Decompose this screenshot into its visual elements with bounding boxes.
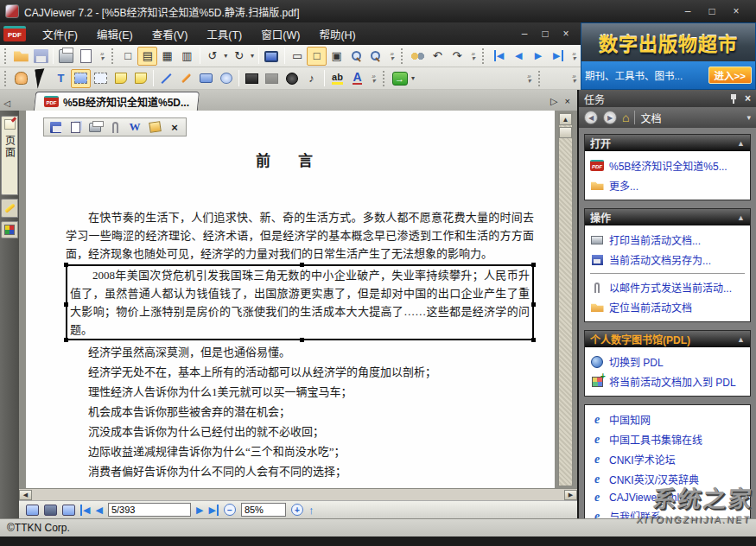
last-page-nav-button[interactable]: ▶ [208,505,218,516]
selection-handle[interactable] [64,302,68,307]
print-document-link[interactable]: 打印当前活动文档... [588,230,746,250]
cnki-link[interactable]: e 中国知网 [588,410,746,429]
facing-pages-button[interactable]: ▦ [157,47,177,66]
view-mode-3-button[interactable] [62,505,75,516]
scroll-up-button[interactable]: ▲ [559,113,572,125]
note-tool-button[interactable] [111,69,130,88]
ocr-button[interactable] [91,69,111,88]
toolbar-overflow[interactable]: »▾ [569,52,579,60]
menu-help[interactable]: 帮助(H) [309,22,365,46]
full-screen-button[interactable] [262,47,282,66]
toolbar-grip[interactable] [4,71,9,86]
operations-section-header[interactable]: 操作 ▲ [585,209,750,225]
save-as-link[interactable]: 当前活动文档另存为... [588,250,746,270]
first-page-button[interactable]: ◀ [489,47,509,66]
pdl-section-header[interactable]: 个人数字图书馆(PDL) ▲ [585,331,750,347]
switch-to-pdl-link[interactable]: 切换到 PDL [588,352,746,371]
rotate-left-dropdown[interactable]: ▾ [222,52,229,60]
image-select-button[interactable] [71,69,91,88]
toolbar-grip[interactable] [401,48,405,64]
next-page-button[interactable]: ▶ [529,47,549,66]
send-by-mail-link[interactable]: 以邮件方式发送当前活动... [588,277,746,297]
toolbar-grip[interactable] [482,48,486,64]
minimize-button[interactable]: – [682,5,694,17]
mini-copy-button[interactable] [68,121,82,134]
locate-document-link[interactable]: 定位当前活动文档 [588,297,746,317]
selection-handle[interactable] [300,263,304,267]
text-style-button[interactable]: A [347,69,367,88]
rotate-left-button[interactable]: ↺ [203,47,223,66]
zoom-level-input[interactable] [241,503,286,517]
image-annotation-button[interactable] [242,69,262,88]
sound-button[interactable]: ♪ [302,69,321,88]
mini-recognize-button[interactable] [148,121,162,134]
tab-scroll-right-button[interactable]: ▷ [550,96,557,107]
print-preview-button[interactable] [76,47,96,66]
selection-handle[interactable] [531,338,536,342]
mini-print-button[interactable] [88,121,102,134]
ellipse-tool-button[interactable] [216,69,236,88]
rectangle-tool-button[interactable] [196,69,216,88]
mini-attach-button[interactable] [108,121,122,134]
toolbar-overflow[interactable]: »▾ [468,52,478,60]
mdi-restore-button[interactable]: □ [539,28,551,40]
scroll-right-button[interactable]: ▶ [564,490,577,500]
zoom-in-button[interactable] [366,47,386,66]
digital-store-banner[interactable]: 数字出版物超市 期刊、工具书、图书... 进入>> [581,22,756,90]
cnki-forum-link[interactable]: e CNKI学术论坛 [588,449,746,469]
collapse-icon[interactable]: ▲ [737,139,745,148]
mdi-minimize-button[interactable]: – [518,28,530,40]
selection-handle[interactable] [531,263,536,267]
toolbar-grip[interactable] [383,71,387,86]
open-section-header[interactable]: 打开 ▲ [585,135,750,151]
collapse-icon[interactable]: ▲ [737,213,745,222]
toolbar-grip[interactable] [111,48,116,64]
panel-forward-button[interactable]: ▶ [603,111,617,124]
select-tool-button[interactable] [31,69,51,88]
panel-back-button[interactable]: ◀ [584,111,598,124]
text-select-button[interactable]: T [51,69,71,88]
selection-handle[interactable] [300,338,304,342]
picture-button[interactable] [262,69,282,88]
mini-word-export-button[interactable]: W [128,121,142,134]
selection-handle[interactable] [64,263,68,267]
document-tab[interactable]: PDF %5B经济知识全知道%5D... [34,92,200,111]
continuous-layout-button[interactable]: ▤ [137,47,157,66]
annotation-tool-button[interactable] [130,69,150,88]
scroll-left-button[interactable]: ◀ [19,490,32,500]
page-number-input[interactable] [108,503,191,517]
next-page-nav-button[interactable]: ▶ [196,505,203,516]
sidebar-tab-colors[interactable] [1,221,18,238]
rotate-right-button[interactable]: ↻ [229,47,249,66]
print-button[interactable] [56,47,76,66]
pin-icon[interactable] [729,93,738,104]
go-dropdown[interactable]: ▾ [410,74,416,82]
tab-close-button[interactable]: × [565,96,570,107]
rotate-right-dropdown[interactable]: ▾ [249,52,256,60]
add-to-pdl-link[interactable]: 将当前活动文档加入到 PDL [588,371,746,391]
sidebar-tab-annotation[interactable] [1,199,18,218]
cnki-dictionary-link[interactable]: e CNKI英汉/汉英辞典 [588,469,746,489]
menu-view[interactable]: 查看(V) [143,22,198,46]
hand-tool-button[interactable] [11,69,31,88]
line-tool-button[interactable] [156,69,176,88]
cajviewer-online-link[interactable]: e CAJViewer Online [588,489,746,506]
mdi-close-button[interactable]: × [560,28,572,40]
open-button[interactable] [11,47,31,66]
go-button[interactable]: → [390,69,410,88]
selected-region[interactable]: 2008年美国次贷危机引发我国珠三角无数的中小企业破产，失业率持续攀升；人民币升… [66,264,534,340]
single-page-button[interactable]: □ [118,47,138,66]
vertical-scrollbar[interactable]: ▲ [558,112,573,486]
contact-us-link[interactable]: e 与我们联系 [588,506,746,518]
save-button[interactable] [31,47,51,66]
menu-tools[interactable]: 工具(T) [197,22,251,46]
zoom-out-button[interactable] [346,47,366,66]
sidebar-tab-page[interactable]: 页面 [1,116,18,195]
menu-window[interactable]: 窗口(W) [251,22,309,46]
toolbar-overflow[interactable]: »▾ [387,52,397,60]
vertical-scroll-thumb[interactable] [559,127,572,138]
collapse-icon[interactable]: ▲ [737,335,745,344]
document-page[interactable]: 前 言 在快节奏的生活下，人们追求快、新、奇的生活方式。多数人都不愿意花费大量的… [26,111,555,488]
view-mode-2-button[interactable] [44,505,57,516]
fit-width-button[interactable]: ▭ [288,47,308,66]
